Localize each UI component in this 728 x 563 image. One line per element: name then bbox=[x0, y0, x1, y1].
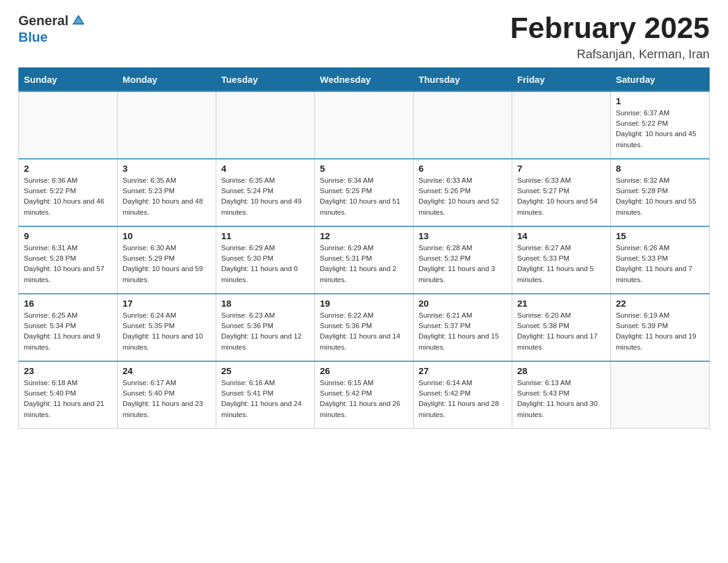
day-number: 28 bbox=[517, 366, 605, 376]
day-info: Sunrise: 6:22 AM Sunset: 5:36 PM Dayligh… bbox=[320, 310, 408, 353]
logo-icon bbox=[70, 12, 87, 29]
location-subtitle: Rafsanjan, Kerman, Iran bbox=[510, 47, 710, 61]
day-info: Sunrise: 6:32 AM Sunset: 5:28 PM Dayligh… bbox=[616, 175, 704, 218]
day-number: 15 bbox=[616, 231, 704, 241]
day-number: 7 bbox=[517, 163, 605, 174]
title-area: February 2025 Rafsanjan, Kerman, Iran bbox=[510, 12, 710, 61]
day-number: 27 bbox=[419, 366, 507, 376]
day-info: Sunrise: 6:23 AM Sunset: 5:36 PM Dayligh… bbox=[221, 310, 309, 353]
day-info: Sunrise: 6:28 AM Sunset: 5:32 PM Dayligh… bbox=[419, 243, 507, 285]
calendar-cell: 20Sunrise: 6:21 AM Sunset: 5:37 PM Dayli… bbox=[414, 294, 512, 361]
weekday-header-monday: Monday bbox=[118, 67, 216, 91]
day-number: 17 bbox=[123, 298, 211, 308]
weekday-header-row: SundayMondayTuesdayWednesdayThursdayFrid… bbox=[19, 67, 710, 91]
day-info: Sunrise: 6:34 AM Sunset: 5:25 PM Dayligh… bbox=[320, 175, 408, 218]
day-number: 5 bbox=[320, 163, 408, 174]
day-info: Sunrise: 6:31 AM Sunset: 5:28 PM Dayligh… bbox=[24, 243, 112, 285]
day-info: Sunrise: 6:30 AM Sunset: 5:29 PM Dayligh… bbox=[123, 243, 211, 285]
day-info: Sunrise: 6:18 AM Sunset: 5:40 PM Dayligh… bbox=[24, 378, 112, 420]
day-info: Sunrise: 6:17 AM Sunset: 5:40 PM Dayligh… bbox=[123, 378, 211, 420]
logo: General Blue bbox=[18, 12, 88, 45]
day-number: 16 bbox=[24, 298, 112, 308]
day-number: 9 bbox=[24, 231, 112, 241]
calendar-cell: 9Sunrise: 6:31 AM Sunset: 5:28 PM Daylig… bbox=[19, 226, 118, 294]
calendar-cell: 18Sunrise: 6:23 AM Sunset: 5:36 PM Dayli… bbox=[216, 294, 315, 361]
calendar-cell: 6Sunrise: 6:33 AM Sunset: 5:26 PM Daylig… bbox=[414, 159, 512, 226]
weekday-header-sunday: Sunday bbox=[19, 67, 118, 91]
calendar-cell bbox=[611, 361, 710, 429]
day-info: Sunrise: 6:26 AM Sunset: 5:33 PM Dayligh… bbox=[616, 243, 704, 285]
week-row-4: 16Sunrise: 6:25 AM Sunset: 5:34 PM Dayli… bbox=[19, 294, 710, 361]
weekday-header-wednesday: Wednesday bbox=[315, 67, 414, 91]
day-info: Sunrise: 6:37 AM Sunset: 5:22 PM Dayligh… bbox=[616, 108, 704, 150]
calendar-cell: 10Sunrise: 6:30 AM Sunset: 5:29 PM Dayli… bbox=[118, 226, 216, 294]
calendar-table: SundayMondayTuesdayWednesdayThursdayFrid… bbox=[18, 67, 710, 429]
day-number: 20 bbox=[419, 298, 507, 308]
day-number: 14 bbox=[517, 231, 605, 241]
day-number: 13 bbox=[419, 231, 507, 241]
day-number: 25 bbox=[221, 366, 309, 376]
day-info: Sunrise: 6:16 AM Sunset: 5:41 PM Dayligh… bbox=[221, 378, 309, 420]
day-number: 22 bbox=[616, 298, 704, 308]
day-info: Sunrise: 6:21 AM Sunset: 5:37 PM Dayligh… bbox=[419, 310, 507, 353]
day-number: 26 bbox=[320, 366, 408, 376]
day-info: Sunrise: 6:29 AM Sunset: 5:31 PM Dayligh… bbox=[320, 243, 408, 285]
week-row-1: 1Sunrise: 6:37 AM Sunset: 5:22 PM Daylig… bbox=[19, 91, 710, 159]
calendar-cell: 11Sunrise: 6:29 AM Sunset: 5:30 PM Dayli… bbox=[216, 226, 315, 294]
calendar-cell: 3Sunrise: 6:35 AM Sunset: 5:23 PM Daylig… bbox=[118, 159, 216, 226]
weekday-header-thursday: Thursday bbox=[414, 67, 512, 91]
week-row-3: 9Sunrise: 6:31 AM Sunset: 5:28 PM Daylig… bbox=[19, 226, 710, 294]
logo-general-text: General bbox=[18, 13, 69, 29]
day-info: Sunrise: 6:33 AM Sunset: 5:26 PM Dayligh… bbox=[419, 175, 507, 218]
calendar-cell: 16Sunrise: 6:25 AM Sunset: 5:34 PM Dayli… bbox=[19, 294, 118, 361]
week-row-2: 2Sunrise: 6:36 AM Sunset: 5:22 PM Daylig… bbox=[19, 159, 710, 226]
day-number: 2 bbox=[24, 163, 112, 174]
weekday-header-saturday: Saturday bbox=[611, 67, 710, 91]
calendar-cell: 7Sunrise: 6:33 AM Sunset: 5:27 PM Daylig… bbox=[512, 159, 611, 226]
day-info: Sunrise: 6:35 AM Sunset: 5:24 PM Dayligh… bbox=[221, 175, 309, 218]
day-number: 11 bbox=[221, 231, 309, 241]
day-info: Sunrise: 6:33 AM Sunset: 5:27 PM Dayligh… bbox=[517, 175, 605, 218]
calendar-cell: 24Sunrise: 6:17 AM Sunset: 5:40 PM Dayli… bbox=[118, 361, 216, 429]
day-info: Sunrise: 6:15 AM Sunset: 5:42 PM Dayligh… bbox=[320, 378, 408, 420]
calendar-cell: 4Sunrise: 6:35 AM Sunset: 5:24 PM Daylig… bbox=[216, 159, 315, 226]
calendar-cell: 26Sunrise: 6:15 AM Sunset: 5:42 PM Dayli… bbox=[315, 361, 414, 429]
page-header: General Blue February 2025 Rafsanjan, Ke… bbox=[18, 12, 710, 61]
day-number: 8 bbox=[616, 163, 704, 174]
day-info: Sunrise: 6:24 AM Sunset: 5:35 PM Dayligh… bbox=[123, 310, 211, 353]
day-info: Sunrise: 6:25 AM Sunset: 5:34 PM Dayligh… bbox=[24, 310, 112, 353]
calendar-cell: 2Sunrise: 6:36 AM Sunset: 5:22 PM Daylig… bbox=[19, 159, 118, 226]
logo-blue-text: Blue bbox=[18, 29, 48, 45]
calendar-cell bbox=[118, 91, 216, 159]
day-number: 12 bbox=[320, 231, 408, 241]
month-title: February 2025 bbox=[510, 12, 710, 45]
calendar-cell: 15Sunrise: 6:26 AM Sunset: 5:33 PM Dayli… bbox=[611, 226, 710, 294]
calendar-cell: 1Sunrise: 6:37 AM Sunset: 5:22 PM Daylig… bbox=[611, 91, 710, 159]
day-info: Sunrise: 6:14 AM Sunset: 5:42 PM Dayligh… bbox=[419, 378, 507, 420]
calendar-cell bbox=[19, 91, 118, 159]
calendar-cell: 12Sunrise: 6:29 AM Sunset: 5:31 PM Dayli… bbox=[315, 226, 414, 294]
calendar-cell: 13Sunrise: 6:28 AM Sunset: 5:32 PM Dayli… bbox=[414, 226, 512, 294]
day-number: 23 bbox=[24, 366, 112, 376]
day-number: 24 bbox=[123, 366, 211, 376]
day-number: 6 bbox=[419, 163, 507, 174]
day-number: 19 bbox=[320, 298, 408, 308]
calendar-cell: 5Sunrise: 6:34 AM Sunset: 5:25 PM Daylig… bbox=[315, 159, 414, 226]
day-info: Sunrise: 6:36 AM Sunset: 5:22 PM Dayligh… bbox=[24, 175, 112, 218]
calendar-cell: 8Sunrise: 6:32 AM Sunset: 5:28 PM Daylig… bbox=[611, 159, 710, 226]
calendar-cell: 21Sunrise: 6:20 AM Sunset: 5:38 PM Dayli… bbox=[512, 294, 611, 361]
weekday-header-friday: Friday bbox=[512, 67, 611, 91]
calendar-cell: 22Sunrise: 6:19 AM Sunset: 5:39 PM Dayli… bbox=[611, 294, 710, 361]
calendar-cell: 25Sunrise: 6:16 AM Sunset: 5:41 PM Dayli… bbox=[216, 361, 315, 429]
calendar-cell: 14Sunrise: 6:27 AM Sunset: 5:33 PM Dayli… bbox=[512, 226, 611, 294]
weekday-header-tuesday: Tuesday bbox=[216, 67, 315, 91]
day-info: Sunrise: 6:13 AM Sunset: 5:43 PM Dayligh… bbox=[517, 378, 605, 420]
week-row-5: 23Sunrise: 6:18 AM Sunset: 5:40 PM Dayli… bbox=[19, 361, 710, 429]
calendar-cell: 27Sunrise: 6:14 AM Sunset: 5:42 PM Dayli… bbox=[414, 361, 512, 429]
calendar-cell: 28Sunrise: 6:13 AM Sunset: 5:43 PM Dayli… bbox=[512, 361, 611, 429]
calendar-cell: 23Sunrise: 6:18 AM Sunset: 5:40 PM Dayli… bbox=[19, 361, 118, 429]
day-number: 4 bbox=[221, 163, 309, 174]
day-info: Sunrise: 6:29 AM Sunset: 5:30 PM Dayligh… bbox=[221, 243, 309, 285]
day-info: Sunrise: 6:27 AM Sunset: 5:33 PM Dayligh… bbox=[517, 243, 605, 285]
day-number: 10 bbox=[123, 231, 211, 241]
